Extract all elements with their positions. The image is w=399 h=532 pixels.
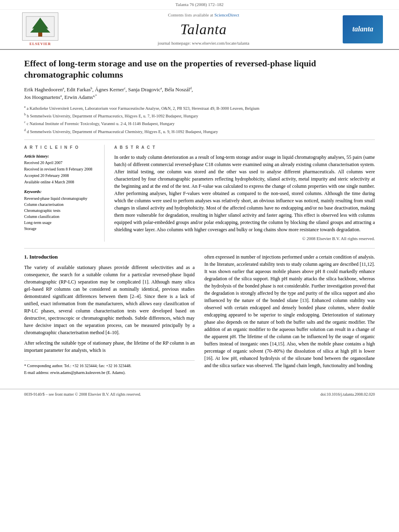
affil-a4: a,* — [93, 94, 97, 98]
journal-name: Talanta — [64, 19, 343, 39]
footnote-corresponding: * Corresponding author. Tel.: +32 16 323… — [24, 363, 195, 369]
affil-item-d: d d Semmelweis University, Department of… — [24, 128, 375, 135]
affil-a: a — [63, 86, 64, 90]
abstract-column: A B S T R A C T In order to study column… — [114, 145, 375, 242]
article-history-group: Article history: Received 20 April 2007 … — [24, 154, 98, 185]
affil-item-c: c c National Institute of Forensic Toxic… — [24, 120, 375, 127]
affiliations: a a Katholieke Universiteit Leuven, Labo… — [24, 105, 375, 135]
article-info-column: A R T I C L E I N F O Article history: R… — [24, 145, 105, 242]
talanta-logo: talanta — [343, 15, 383, 43]
footnotes: * Corresponding author. Tel.: +32 16 323… — [24, 360, 195, 376]
svg-rect-3 — [38, 33, 42, 37]
date-online: Available online 4 March 2008 — [24, 179, 98, 185]
keywords-group: Keywords: Reversed-phase liquid chromato… — [24, 189, 98, 232]
journal-homepage: journal homepage: www.elsevier.com/locat… — [64, 40, 343, 46]
issn-text: 0039-9140/$ – see front matter © 2008 El… — [24, 392, 141, 397]
footnote-email: E-mail address: erwin.adams@pharm.kuleuv… — [24, 370, 195, 376]
body-section: 1. Introduction The variety of available… — [24, 253, 375, 377]
right-paragraph-1: often expressed in number of injections … — [204, 253, 375, 369]
keywords-label: Keywords: — [24, 189, 98, 195]
affil-item-b: b b Semmelweis University, Department of… — [24, 112, 375, 119]
citation-text: Talanta 76 (2008) 172–182 — [175, 2, 223, 7]
copyright: © 2008 Elsevier B.V. All rights reserved… — [114, 236, 375, 242]
authors-line: Erik Haghedoorena, Edit Farkasb, Ágnes K… — [24, 86, 375, 101]
intro-heading: 1. Introduction — [24, 253, 195, 261]
affil-a3: a — [60, 94, 62, 98]
affil-a2: a — [160, 86, 162, 90]
elsevier-label: ELSEVIER — [29, 41, 51, 47]
journal-title-area: Contents lists available at ScienceDirec… — [64, 12, 343, 46]
article-history-label: Article history: — [24, 154, 98, 159]
intro-paragraph-2: After selecting the suitable type of sta… — [24, 339, 195, 354]
sciencedirect-link[interactable]: ScienceDirect — [214, 12, 239, 17]
elsevier-logo-image — [22, 12, 58, 41]
intro-paragraph-1: The variety of available stationary phas… — [24, 264, 195, 336]
elsevier-logo: ELSEVIER — [16, 12, 64, 47]
keyword-1: Reversed-phase liquid chromatography — [24, 196, 98, 201]
date-accepted: Accepted 20 February 2008 — [24, 173, 98, 179]
keyword-2: Column characterisation — [24, 202, 98, 207]
section-number: 1. — [24, 254, 28, 260]
divider-2 — [24, 248, 375, 249]
keyword-5: Long-term usage — [24, 220, 98, 226]
section-title: Introduction — [29, 254, 58, 260]
affil-item-a: a a Katholieke Universiteit Leuven, Labo… — [24, 105, 375, 111]
body-right-column: often expressed in number of injections … — [204, 253, 375, 377]
keyword-3: Chromatographic tests — [24, 208, 98, 214]
affil-c: c — [124, 86, 125, 90]
keyword-6: Storage — [24, 226, 98, 232]
content-area: Effect of long-term storage and use on t… — [0, 50, 399, 385]
bottom-info-bar: 0039-9140/$ – see front matter © 2008 El… — [0, 389, 399, 400]
page-wrapper: Talanta 76 (2008) 172–182 ELSEVIER — [0, 0, 399, 400]
info-abstract-section: A R T I C L E I N F O Article history: R… — [24, 145, 375, 242]
body-left-column: 1. Introduction The variety of available… — [24, 253, 195, 377]
doi-text: doi:10.1016/j.talanta.2008.02.020 — [321, 392, 375, 397]
article-info-label: A R T I C L E I N F O — [24, 145, 98, 150]
sciencedirect-line: Contents lists available at ScienceDirec… — [64, 12, 343, 18]
abstract-text: In order to study column deterioration a… — [114, 154, 375, 233]
keyword-4: Column classification — [24, 214, 98, 220]
article-citation: Talanta 76 (2008) 172–182 — [0, 0, 399, 10]
date-received: Received 20 April 2007 — [24, 160, 98, 166]
affil-b: b — [90, 86, 92, 90]
article-title: Effect of long-term storage and use on t… — [24, 58, 375, 81]
journal-header: ELSEVIER Contents lists available at Sci… — [0, 10, 399, 49]
affil-d: d — [190, 86, 191, 90]
date-revised: Received in revised form 8 February 2008 — [24, 166, 98, 172]
divider-1 — [24, 140, 375, 140]
abstract-label: A B S T R A C T — [114, 145, 375, 150]
